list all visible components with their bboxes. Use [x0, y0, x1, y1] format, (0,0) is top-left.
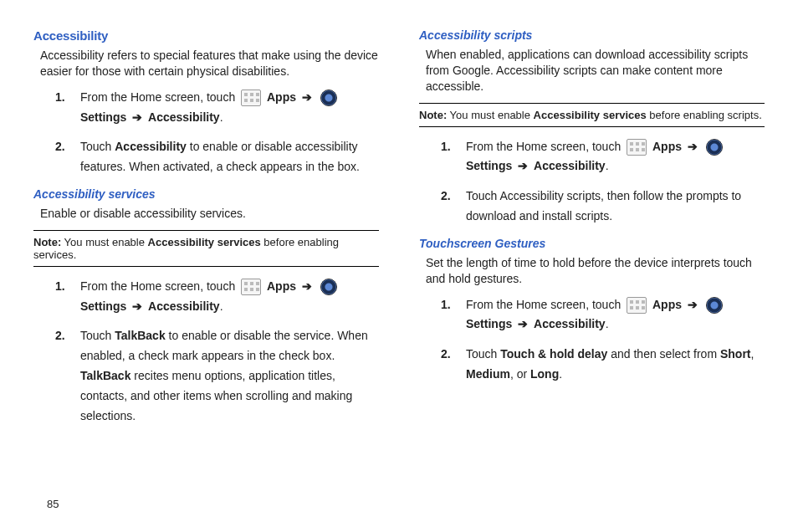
manual-page: Accessibility Accessibility refers to sp…: [0, 0, 798, 532]
heading-services: Accessibility services: [33, 187, 379, 201]
apps-icon: [241, 279, 261, 295]
b: Accessibility services: [534, 109, 647, 121]
t: , or: [510, 367, 530, 381]
step-1: From the Home screen, touch Apps ➔ Setti…: [441, 137, 765, 177]
b: TalkBack: [115, 329, 165, 342]
right-column: Accessibility scripts When enabled, appl…: [419, 28, 765, 436]
b: Accessibility services: [148, 236, 261, 248]
t: Touch: [80, 140, 115, 153]
arrow-icon: ➔: [685, 298, 700, 311]
columns: Accessibility Accessibility refers to sp…: [33, 28, 765, 436]
b: Accessibility: [115, 140, 187, 153]
t: You must enable: [447, 109, 533, 121]
t: Touch Accessibility scripts, then follow…: [466, 189, 741, 223]
b: Short: [720, 347, 751, 361]
heading-scripts: Accessibility scripts: [419, 28, 765, 42]
step-text: From the Home screen, touch: [80, 279, 238, 293]
period: .: [606, 159, 609, 172]
note-scripts: Note: You must enable Accessibility serv…: [419, 103, 765, 127]
step-2: Touch Accessibility scripts, then follow…: [441, 187, 765, 227]
note-label: Note:: [33, 236, 61, 248]
services-intro: Enable or disable accessibility services…: [33, 206, 379, 222]
arrow-icon: ➔: [299, 279, 315, 293]
period: .: [220, 299, 223, 313]
settings-icon: [706, 297, 723, 314]
heading-gestures: Touchscreen Gestures: [419, 237, 765, 250]
apps-icon: [627, 297, 647, 314]
dest-label: Accessibility: [534, 159, 606, 172]
gestures-intro: Set the length of time to hold before th…: [419, 255, 765, 287]
apps-icon: [627, 139, 647, 156]
b: Touch & hold delay: [500, 347, 607, 361]
step-1: From the Home screen, touch Apps ➔ Setti…: [55, 88, 379, 128]
step-2: Touch Touch & hold delay and then select…: [441, 345, 765, 385]
arrow-icon: ➔: [515, 159, 530, 172]
heading-accessibility: Accessibility: [33, 28, 379, 43]
note-label: Note:: [419, 109, 447, 121]
b: Long: [530, 367, 559, 381]
page-number: 85: [47, 498, 59, 510]
intro-text: Accessibility refers to special features…: [33, 48, 379, 79]
apps-icon: [241, 90, 261, 106]
apps-label: Apps: [652, 140, 682, 153]
settings-label: Settings: [466, 159, 512, 172]
t: Touch: [80, 329, 115, 342]
step-1: From the Home screen, touch Apps ➔ Setti…: [441, 295, 765, 335]
steps-services: From the Home screen, touch Apps ➔ Setti…: [33, 277, 379, 427]
note-services: Note: You must enable Accessibility serv…: [33, 230, 379, 267]
arrow-icon: ➔: [299, 90, 315, 104]
arrow-icon: ➔: [515, 317, 530, 330]
steps-gestures: From the Home screen, touch Apps ➔ Setti…: [419, 295, 765, 385]
settings-icon: [320, 279, 337, 295]
left-column: Accessibility Accessibility refers to sp…: [33, 28, 379, 436]
step-2: Touch Accessibility to enable or disable…: [55, 137, 379, 177]
settings-label: Settings: [80, 110, 126, 124]
t: You must enable: [61, 236, 147, 248]
arrow-icon: ➔: [130, 110, 145, 124]
arrow-icon: ➔: [130, 299, 145, 313]
settings-icon: [320, 90, 337, 106]
arrow-icon: ➔: [685, 140, 700, 153]
apps-label: Apps: [267, 279, 296, 293]
b: TalkBack: [80, 369, 130, 382]
settings-label: Settings: [80, 299, 126, 313]
step-text: From the Home screen, touch: [466, 298, 624, 311]
t: Touch: [466, 347, 500, 361]
t: before enabling scripts.: [647, 109, 762, 121]
step-2: Touch TalkBack to enable or disable the …: [55, 326, 379, 426]
steps-accessibility: From the Home screen, touch Apps ➔ Setti…: [33, 88, 379, 177]
scripts-intro: When enabled, applications can download …: [419, 47, 765, 95]
step-text: From the Home screen, touch: [80, 90, 238, 104]
dest-label: Accessibility: [148, 299, 220, 313]
step-1: From the Home screen, touch Apps ➔ Setti…: [55, 277, 379, 317]
step-text: From the Home screen, touch: [466, 140, 624, 153]
dest-label: Accessibility: [534, 317, 606, 330]
apps-label: Apps: [267, 90, 296, 104]
t: .: [559, 367, 562, 381]
t: ,: [751, 347, 755, 361]
t: and then select from: [607, 347, 720, 361]
period: .: [220, 110, 223, 124]
b: Medium: [466, 367, 510, 381]
steps-scripts: From the Home screen, touch Apps ➔ Setti…: [419, 137, 765, 227]
apps-label: Apps: [652, 298, 682, 311]
period: .: [606, 317, 609, 330]
dest-label: Accessibility: [148, 110, 220, 124]
settings-icon: [706, 139, 723, 156]
settings-label: Settings: [466, 317, 512, 330]
